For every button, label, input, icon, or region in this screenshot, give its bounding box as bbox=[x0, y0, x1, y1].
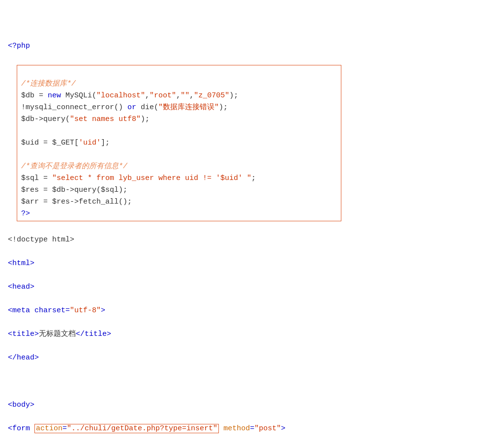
line-form: <form action="../chuli/getDate.php?type=… bbox=[8, 423, 476, 435]
line-php-close: ?> bbox=[21, 209, 30, 218]
line-res: $res = $db->query($sql); bbox=[21, 186, 127, 194]
code-editor: <?php /*连接数据库*/ $db = new MySQLi("localh… bbox=[8, 5, 476, 448]
comment-db: /*连接数据库*/ bbox=[21, 80, 76, 88]
line-doctype: <!doctype html> bbox=[8, 234, 476, 246]
line-db-new: $db = new MySQLi("localhost","root","","… bbox=[21, 91, 238, 100]
line-sql: $sql = "select * from lyb_user where uid… bbox=[21, 174, 256, 182]
line-uid: $uid = $_GET['uid']; bbox=[21, 139, 110, 147]
line-title: <title>无标题文档</title> bbox=[8, 329, 476, 340]
comment-query: /*查询不是登录者的所有信息*/ bbox=[21, 162, 127, 171]
line-head-open: <head> bbox=[8, 281, 476, 293]
php-section: /*连接数据库*/ $db = new MySQLi("localhost","… bbox=[17, 65, 341, 221]
line-mysqli-error: !mysqli_connect_error() or die("数据库连接错误"… bbox=[21, 103, 228, 112]
line-body-open: <body> bbox=[8, 399, 476, 411]
line-empty1 bbox=[8, 376, 476, 388]
line-set-names: $db->query("set names utf8"); bbox=[21, 115, 150, 123]
line-arr: $arr = $res->fetch_all(); bbox=[21, 198, 132, 206]
php-open-tag: <?php bbox=[8, 40, 476, 52]
line-html-open: <html> bbox=[8, 258, 476, 269]
line-head-close: </head> bbox=[8, 352, 476, 364]
line-meta: <meta charset="utf-8"> bbox=[8, 305, 476, 317]
